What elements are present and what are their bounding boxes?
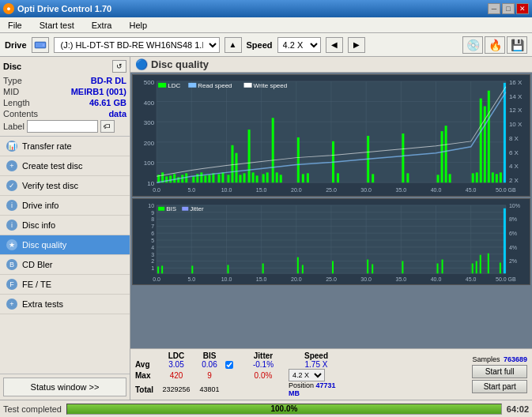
menu-extra[interactable]: Extra [87, 19, 117, 32]
svg-point-2 [42, 43, 44, 46]
stats-header-ldc: LDC [159, 351, 194, 360]
svg-text:6: 6 [151, 231, 154, 236]
nav-cd-bler[interactable]: B CD Bler [0, 255, 130, 275]
disc-header: Disc ↺ [3, 60, 126, 73]
disc-icon-button[interactable]: 💿 [462, 36, 483, 54]
nav-fe-te[interactable]: F FE / TE [0, 275, 130, 295]
drive-label: Drive [5, 40, 27, 50]
svg-rect-81 [280, 175, 282, 182]
disc-label-input[interactable] [27, 120, 98, 133]
svg-text:30.0: 30.0 [360, 187, 372, 193]
svg-text:20.0: 20.0 [291, 276, 302, 282]
disc-type-label: Type [3, 76, 22, 85]
svg-rect-165 [332, 261, 334, 274]
disc-type-value: BD-R DL [91, 76, 126, 85]
svg-rect-75 [252, 172, 255, 182]
svg-text:0.0: 0.0 [153, 276, 160, 282]
svg-text:3: 3 [151, 252, 154, 257]
drive-icon [32, 37, 49, 53]
cd-bler-icon: B [6, 259, 17, 270]
panel-header: 🔵 Disc quality [130, 57, 532, 73]
svg-rect-170 [442, 260, 443, 274]
main-layout: Disc ↺ Type BD-R DL MID MEIRB1 (001) Len… [0, 57, 532, 400]
nav-verify-test-disc[interactable]: ✓ Verify test disc [0, 176, 130, 196]
svg-text:10 X: 10 X [509, 121, 523, 128]
disc-type-row: Type BD-R DL [3, 76, 126, 85]
stats-header-jitter: Jitter [240, 351, 287, 360]
svg-text:2%: 2% [509, 259, 517, 265]
nav-extra-tests[interactable]: + Extra tests [0, 295, 130, 314]
maximize-button[interactable]: □ [502, 3, 515, 14]
menu-bar: File Start test Extra Help [0, 17, 532, 33]
disc-refresh-button[interactable]: ↺ [112, 60, 126, 73]
bottom-chart: 10 9 8 7 6 5 4 3 2 1 10% 8% 6% 4% 2% [132, 198, 530, 285]
jitter-checkbox[interactable] [225, 361, 238, 369]
disc-contents-value: data [108, 109, 126, 118]
speed-select[interactable]: 4.2 X [277, 37, 321, 53]
speed-row: 4.2 X [289, 369, 344, 381]
svg-rect-169 [437, 263, 439, 273]
svg-rect-64 [204, 175, 206, 182]
svg-rect-97 [480, 99, 482, 183]
svg-rect-78 [266, 172, 269, 182]
speed-decrease-button[interactable]: ◀ [326, 37, 343, 53]
minimize-button[interactable]: ─ [488, 3, 500, 14]
svg-text:9: 9 [151, 210, 154, 216]
svg-text:4 X: 4 X [509, 163, 519, 171]
svg-text:6%: 6% [509, 231, 517, 236]
svg-text:45.0: 45.0 [466, 276, 477, 282]
svg-rect-68 [221, 172, 224, 182]
svg-text:15.0: 15.0 [256, 187, 267, 193]
app-icon: ● [3, 3, 14, 14]
status-window-button[interactable]: Status window >> [3, 378, 126, 396]
svg-rect-168 [402, 261, 403, 274]
drive-select[interactable]: (J:) HL-DT-ST BD-RE WH16NS48 1.D3 [54, 37, 220, 53]
svg-rect-84 [307, 173, 309, 182]
nav-extra-tests-label: Extra tests [22, 299, 63, 309]
menu-start-test[interactable]: Start test [35, 19, 79, 32]
svg-rect-72 [240, 175, 242, 182]
menu-file[interactable]: File [3, 19, 27, 32]
nav-disc-info[interactable]: i Disc info [0, 216, 130, 235]
top-chart: 500 400 300 200 100 10 16 X 14 X 12 X 10… [132, 74, 530, 197]
svg-rect-99 [488, 91, 490, 182]
nav-disc-quality-label: Disc quality [22, 240, 66, 250]
burn-icon-button[interactable]: 🔥 [485, 36, 505, 54]
svg-text:16 X: 16 X [509, 79, 523, 86]
total-bis: 43801 [195, 385, 224, 393]
svg-text:5: 5 [151, 238, 154, 243]
svg-rect-66 [212, 173, 214, 182]
nav-cd-bler-label: CD Bler [22, 260, 53, 269]
speed-increase-button[interactable]: ▶ [348, 37, 365, 53]
svg-rect-89 [402, 133, 404, 182]
content-area: 🔵 Disc quality [130, 57, 532, 400]
svg-text:4%: 4% [509, 245, 517, 250]
start-part-button[interactable]: Start part [472, 380, 527, 393]
disc-quality-icon: ★ [6, 239, 17, 250]
nav-create-test-disc[interactable]: + Create test disc [0, 156, 130, 176]
svg-text:40.0: 40.0 [431, 187, 442, 193]
nav-transfer-rate[interactable]: 📊 Transfer rate [0, 137, 130, 156]
total-label: Total [135, 385, 157, 394]
svg-text:6 X: 6 X [509, 149, 519, 156]
svg-text:12 X: 12 X [509, 107, 523, 114]
disc-label-icon-button[interactable]: 🏷 [100, 120, 115, 133]
position-label-row: Position 47731 MB [289, 381, 344, 397]
svg-rect-65 [208, 175, 210, 182]
nav-drive-info[interactable]: i Drive info [0, 196, 130, 216]
start-full-button[interactable]: Start full [472, 365, 527, 378]
svg-rect-100 [492, 172, 494, 182]
speed-combo-select[interactable]: 4.2 X [289, 369, 325, 381]
svg-rect-86 [337, 173, 339, 182]
svg-text:10.0: 10.0 [221, 276, 232, 282]
close-button[interactable]: ✕ [516, 3, 529, 14]
menu-help[interactable]: Help [124, 19, 152, 32]
eject-button[interactable]: ▲ [224, 37, 242, 53]
svg-rect-164 [302, 265, 304, 273]
save-icon-button[interactable]: 💾 [507, 36, 527, 54]
svg-rect-159 [161, 265, 163, 273]
status-window-label: Status window >> [31, 382, 100, 392]
svg-rect-79 [272, 118, 274, 182]
disc-length-label: Length [3, 98, 30, 107]
nav-disc-quality[interactable]: ★ Disc quality [0, 235, 130, 255]
